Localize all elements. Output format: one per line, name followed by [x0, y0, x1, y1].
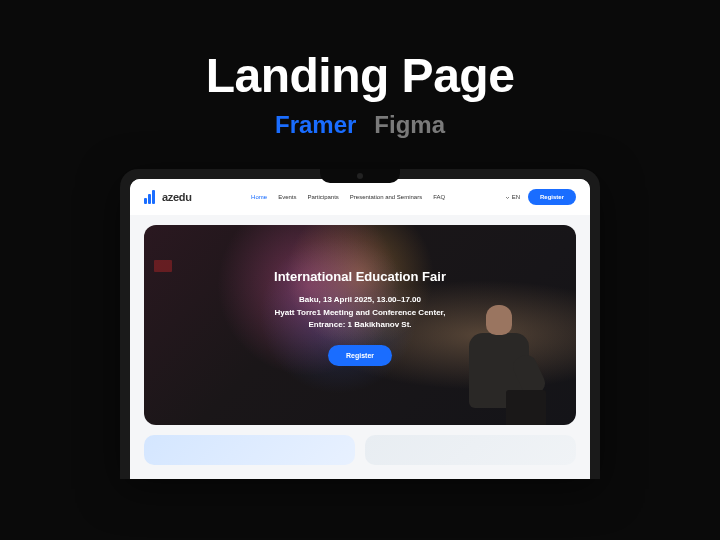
hero-line-2: Hyatt Torre1 Meeting and Conference Cent…	[274, 307, 446, 320]
hero-line-3: Entrance: 1 Bakikhanov St.	[274, 319, 446, 332]
lang-label: EN	[512, 194, 520, 200]
screen: azedu Home Events Participants Presentat…	[130, 179, 590, 479]
nav-home[interactable]: Home	[251, 194, 267, 200]
hero-line-1: Baku, 13 April 2025, 13.00–17.00	[274, 294, 446, 307]
logo-text: azedu	[162, 191, 192, 203]
lang-selector[interactable]: EN	[505, 194, 520, 200]
hero-title: International Education Fair	[274, 269, 446, 284]
camera-icon	[357, 173, 363, 179]
device-notch	[320, 169, 400, 183]
hero: International Education Fair Baku, 13 Ap…	[144, 225, 576, 425]
podium-icon	[506, 390, 546, 425]
page-title: Landing Page	[0, 48, 720, 103]
card-2[interactable]	[365, 435, 576, 465]
card-1[interactable]	[144, 435, 355, 465]
hero-content: International Education Fair Baku, 13 Ap…	[274, 269, 446, 366]
hero-register-button[interactable]: Register	[328, 345, 392, 366]
nav-items: Home Events Participants Presentation an…	[251, 194, 445, 200]
subtitle-framer: Framer	[275, 111, 356, 139]
nav-participants[interactable]: Participants	[307, 194, 338, 200]
card-row	[130, 435, 590, 465]
exit-sign-icon	[154, 260, 172, 272]
navbar: azedu Home Events Participants Presentat…	[130, 179, 590, 215]
logo[interactable]: azedu	[144, 190, 192, 204]
register-button[interactable]: Register	[528, 189, 576, 205]
subtitle-figma: Figma	[374, 111, 445, 139]
nav-faq[interactable]: FAQ	[433, 194, 445, 200]
device-frame: azedu Home Events Participants Presentat…	[120, 169, 600, 479]
subtitle-row: Framer Figma	[0, 111, 720, 139]
logo-icon	[144, 190, 158, 204]
nav-right: EN Register	[505, 189, 576, 205]
nav-events[interactable]: Events	[278, 194, 296, 200]
hero-details: Baku, 13 April 2025, 13.00–17.00 Hyatt T…	[274, 294, 446, 332]
nav-presentation[interactable]: Presentation and Seminars	[350, 194, 422, 200]
chevron-down-icon	[505, 195, 510, 200]
